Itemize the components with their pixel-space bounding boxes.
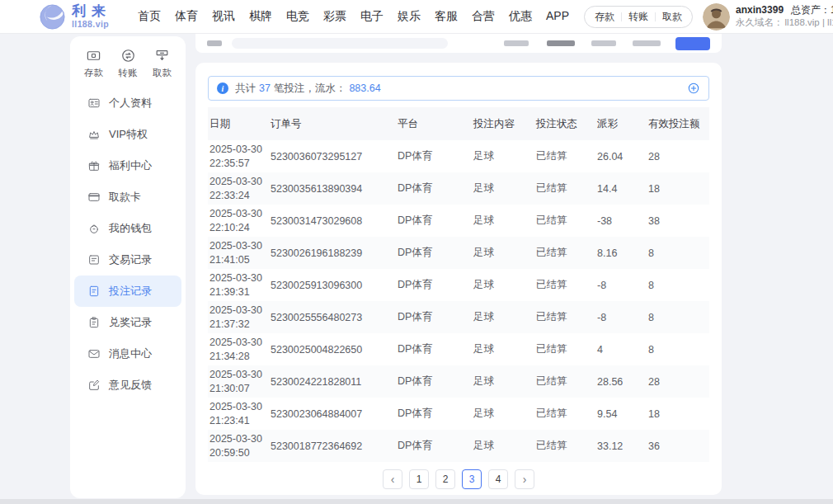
cell-payout: -38 <box>595 205 647 237</box>
nav-item[interactable]: 合营 <box>472 6 495 27</box>
sidebar-item-bankcard[interactable]: 取款卡 <box>74 181 181 213</box>
cell-bet-status: 已结算 <box>534 269 595 301</box>
cell-valid-bet-amount: 18 <box>647 398 709 430</box>
nav-item[interactable]: 体育 <box>175 6 198 27</box>
bet-date: 2025-03-30 <box>209 304 266 318</box>
cell-valid-bet-amount: 28 <box>647 140 709 172</box>
pagination: ‹1234› <box>208 469 709 489</box>
pagination-page-active[interactable]: 3 <box>462 469 482 489</box>
cell-bet-content: 足球 <box>472 140 534 172</box>
brand-logo[interactable]: 利来 ll188.vip <box>40 4 111 30</box>
avatar[interactable] <box>703 3 730 31</box>
sidebar-shortcut-transfer[interactable]: 转账 <box>119 48 138 79</box>
bet-date: 2025-03-30 <box>209 336 266 350</box>
pagination-page[interactable]: 2 <box>435 469 455 489</box>
brand-domain: ll188.vip <box>72 20 111 29</box>
bet-records-icon <box>87 285 101 298</box>
sidebar-item-wallet[interactable]: 我的钱包 <box>74 213 181 244</box>
sidebar-shortcut-deposit[interactable]: 存款 <box>84 48 103 79</box>
sidebar-item-feedback[interactable]: 意见反馈 <box>74 370 181 401</box>
nav-item[interactable]: 棋牌 <box>249 6 272 27</box>
filter-option-cutoff[interactable] <box>504 40 529 46</box>
sidebar-item-message[interactable]: 消息中心 <box>74 338 181 370</box>
brand-logo-icon <box>40 4 65 30</box>
filter-option-cutoff[interactable] <box>591 40 616 46</box>
sidebar-item-profile[interactable]: 个人资料 <box>74 87 181 119</box>
bet-date: 2025-03-30 <box>209 207 266 221</box>
sidebar-shortcut-withdraw[interactable]: 取款 <box>153 48 172 79</box>
cell-platform: DP体育 <box>396 237 472 269</box>
pill-divider <box>621 12 622 21</box>
expand-circle-plus-icon[interactable] <box>687 82 700 95</box>
filter-option-cutoff[interactable] <box>547 40 575 46</box>
column-header: 订单号 <box>269 107 396 140</box>
cell-order-number: 5230031473029608 <box>269 205 396 237</box>
cell-date: 2025-03-3021:41:05 <box>208 237 269 269</box>
cell-payout: -8 <box>595 269 647 301</box>
nav-item[interactable]: 电竞 <box>286 6 309 27</box>
cell-platform: DP体育 <box>396 365 472 398</box>
filter-input[interactable] <box>232 38 448 49</box>
pagination-next[interactable]: › <box>515 469 534 489</box>
cell-order-number: 5230023064884007 <box>269 398 396 430</box>
nav-item[interactable]: 客服 <box>435 6 458 27</box>
nav-item[interactable]: 电子 <box>360 6 384 27</box>
wallet-pill-item[interactable]: 存款 <box>595 10 614 24</box>
table-header-row: 日期订单号平台投注内容投注状态派彩有效投注额 <box>208 107 709 140</box>
bankcard-icon <box>87 191 101 204</box>
cell-valid-bet-amount: 8 <box>647 237 709 269</box>
domain-label: 永久域名： <box>736 16 784 29</box>
sidebar-item-welfare[interactable]: 福利中心 <box>74 150 181 181</box>
cell-bet-status: 已结算 <box>534 365 595 398</box>
summary-amount: 883.64 <box>349 82 380 94</box>
nav-item[interactable]: 优惠 <box>509 6 532 27</box>
cell-date: 2025-03-3022:33:24 <box>208 172 269 205</box>
cell-bet-content: 足球 <box>472 205 534 237</box>
sidebar-item-transactions[interactable]: 交易记录 <box>74 244 181 276</box>
sidebar-item-label: 意见反馈 <box>109 378 152 393</box>
summary-bar: i 共计37笔投注，流水：883.64 <box>208 76 709 101</box>
sidebar-item-bet-records[interactable]: 投注记录 <box>74 276 181 307</box>
pagination-page[interactable]: 4 <box>488 469 508 489</box>
top-nav: 首页体育视讯棋牌电竞彩票电子娱乐客服合营优惠APP <box>138 6 569 27</box>
profile-icon <box>87 97 101 110</box>
cell-payout: 9.54 <box>595 398 647 430</box>
nav-item[interactable]: 首页 <box>138 6 161 27</box>
cell-payout: 33.12 <box>595 430 647 462</box>
pagination-prev[interactable]: ‹ <box>383 469 402 489</box>
cell-order-number: 5230035613890394 <box>269 172 396 205</box>
pagination-page[interactable]: 1 <box>409 469 429 489</box>
cell-payout: 28.56 <box>595 365 647 398</box>
sidebar-item-label: 我的钱包 <box>109 221 152 236</box>
cell-date: 2025-03-3022:10:24 <box>208 205 269 237</box>
filter-option-cutoff[interactable] <box>633 40 661 46</box>
cell-date: 2025-03-3021:37:32 <box>208 301 269 333</box>
nav-item[interactable]: 彩票 <box>323 6 346 27</box>
redeem-icon <box>87 316 101 329</box>
cell-bet-status: 已结算 <box>534 430 595 462</box>
sidebar-item-redeem[interactable]: 兑奖记录 <box>74 307 181 338</box>
wallet-pill-item[interactable]: 取款 <box>662 10 682 24</box>
user-block[interactable]: anxin3399 总资产：1363.49元 永久域名： ll188.vip |… <box>703 3 833 31</box>
cell-order-number: 5230024221828011 <box>269 365 396 398</box>
username: anxin3399 <box>736 4 784 17</box>
cell-date: 2025-03-3021:39:31 <box>208 269 269 301</box>
bet-date: 2025-03-30 <box>209 175 266 189</box>
cell-bet-content: 足球 <box>472 398 534 430</box>
page-bottom-strip <box>0 499 833 504</box>
bet-time: 21:34:28 <box>209 350 266 364</box>
filter-submit-button[interactable] <box>675 37 710 50</box>
transfer-icon <box>120 48 136 64</box>
bet-time: 22:10:24 <box>209 221 266 235</box>
table-row: 2025-03-3021:34:285230025004822650DP体育足球… <box>208 333 709 365</box>
summary-prefix: 共计 <box>235 82 256 94</box>
cell-order-number: 5230018772364692 <box>269 430 396 462</box>
column-header: 投注内容 <box>472 107 534 140</box>
summary-mid: 笔投注，流水： <box>274 82 346 94</box>
wallet-pill-item[interactable]: 转账 <box>628 10 648 24</box>
nav-item[interactable]: 娱乐 <box>398 6 421 27</box>
sidebar-item-vip[interactable]: VIP特权 <box>74 119 181 150</box>
bet-time: 21:41:05 <box>209 253 266 267</box>
nav-item[interactable]: APP <box>546 6 569 27</box>
nav-item[interactable]: 视讯 <box>212 6 235 27</box>
